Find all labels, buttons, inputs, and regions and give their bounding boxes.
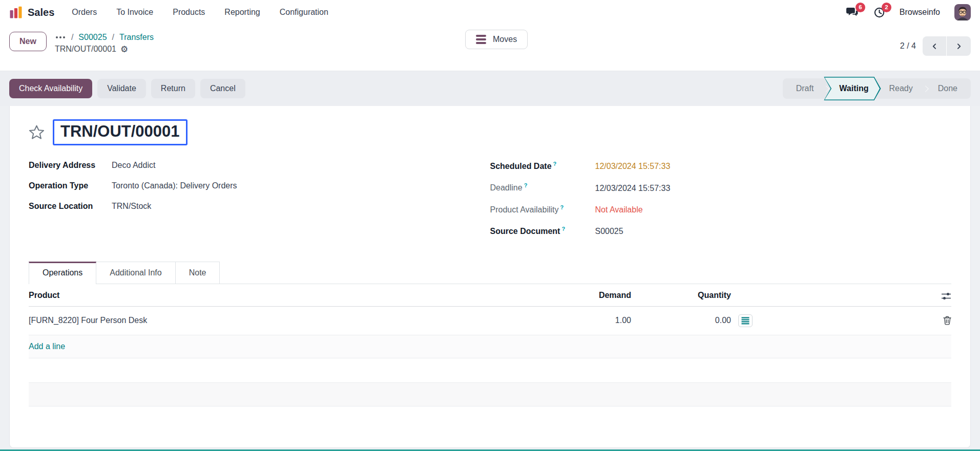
user-name[interactable]: Browseinfo <box>900 8 940 17</box>
nav-to-invoice[interactable]: To Invoice <box>116 8 153 17</box>
help-icon[interactable]: ? <box>560 204 564 210</box>
breadcrumb-current: TRN/OUT/00001 <box>55 45 116 54</box>
field-label-scheduled-date: Scheduled Date? <box>490 161 595 171</box>
field-label-operation-type: Operation Type <box>29 181 112 190</box>
form-sheet: TRN/OUT/00001 Delivery Address Deco Addi… <box>9 106 971 448</box>
gear-icon[interactable]: ⚙ <box>120 45 128 54</box>
field-label-delivery-address: Delivery Address <box>29 161 112 170</box>
help-icon[interactable]: ? <box>524 182 528 188</box>
table-header-row: Product Demand Quantity <box>29 284 951 306</box>
field-label-source-location: Source Location <box>29 202 112 211</box>
activities-button[interactable]: 2 <box>873 7 885 18</box>
bar-chart-icon <box>9 6 23 19</box>
messages-badge: 6 <box>856 3 865 12</box>
user-avatar[interactable] <box>954 4 971 20</box>
tab-additional-info[interactable]: Additional Info <box>96 262 175 284</box>
empty-row <box>29 358 951 382</box>
moves-smart-button[interactable]: Moves <box>465 30 528 49</box>
column-header-product[interactable]: Product <box>29 284 544 306</box>
cell-quantity[interactable]: 0.00 <box>631 306 731 335</box>
empty-row <box>29 382 951 406</box>
status-waiting-label: Waiting <box>824 77 881 100</box>
moves-label: Moves <box>493 35 517 44</box>
operations-table: Product Demand Quantity <box>29 284 951 443</box>
pager-next-button[interactable] <box>947 36 971 56</box>
status-done[interactable]: Done <box>928 78 968 99</box>
breadcrumb-ellipsis-button[interactable] <box>55 34 66 40</box>
messages-button[interactable]: 6 <box>846 7 859 18</box>
field-value-delivery-address[interactable]: Deco Addict <box>112 161 155 170</box>
add-line-row: Add a line <box>29 335 951 358</box>
sales-app-icon[interactable] <box>9 6 23 19</box>
tab-operations[interactable]: Operations <box>29 262 96 284</box>
field-value-scheduled-date[interactable]: 12/03/2024 15:57:33 <box>595 162 671 171</box>
top-navbar: Sales Orders To Invoice Products Reporti… <box>0 0 980 25</box>
chevron-right-icon <box>955 43 962 50</box>
field-value-source-document[interactable]: S00025 <box>595 227 623 236</box>
field-label-deadline: Deadline? <box>490 182 595 192</box>
field-label-product-availability: Product Availability? <box>490 204 595 214</box>
avatar-image <box>954 4 971 20</box>
table-row[interactable]: [FURN_8220] Four Person Desk 1.00 0.00 <box>29 306 951 335</box>
delete-row-trash-icon[interactable] <box>943 316 951 325</box>
cancel-button[interactable]: Cancel <box>200 79 245 98</box>
activities-badge: 2 <box>882 3 891 12</box>
field-value-product-availability: Not Available <box>595 205 643 214</box>
new-button[interactable]: New <box>9 32 47 51</box>
optional-columns-icon[interactable] <box>941 292 951 300</box>
moves-icon <box>476 35 486 44</box>
return-button[interactable]: Return <box>151 79 195 98</box>
control-panel: New / S00025 / Transfers TRN/OUT/00001 ⚙… <box>0 25 980 71</box>
field-group: Delivery Address Deco Addict Operation T… <box>29 161 951 247</box>
pager: 2 / 4 <box>900 32 971 56</box>
status-waiting[interactable]: Waiting <box>824 77 881 100</box>
breadcrumb-separator: / <box>71 33 73 42</box>
status-draft[interactable]: Draft <box>786 78 824 99</box>
breadcrumb-separator: / <box>112 33 114 42</box>
field-value-deadline[interactable]: 12/03/2024 15:57:33 <box>595 184 671 193</box>
column-header-demand[interactable]: Demand <box>544 284 631 306</box>
status-ready[interactable]: Ready <box>879 78 923 99</box>
empty-row <box>29 406 951 443</box>
notebook-tabs: Operations Additional Info Note <box>29 262 951 284</box>
tab-note[interactable]: Note <box>175 262 220 284</box>
favorite-star-icon[interactable] <box>29 124 45 140</box>
help-icon[interactable]: ? <box>561 226 565 232</box>
add-a-line-link[interactable]: Add a line <box>29 342 65 351</box>
help-icon[interactable]: ? <box>553 161 557 167</box>
nav-orders[interactable]: Orders <box>72 8 97 17</box>
breadcrumb: / S00025 / Transfers TRN/OUT/00001 ⚙ <box>55 32 154 54</box>
validate-button[interactable]: Validate <box>97 79 146 98</box>
pager-count: 2 / 4 <box>900 41 916 51</box>
breadcrumb-link-transfers[interactable]: Transfers <box>119 33 154 42</box>
record-name-input[interactable]: TRN/OUT/00001 <box>53 119 187 145</box>
cell-demand[interactable]: 1.00 <box>544 306 631 335</box>
main-menu: Orders To Invoice Products Reporting Con… <box>72 8 328 17</box>
cell-product[interactable]: [FURN_8220] Four Person Desk <box>29 306 544 335</box>
field-value-source-location[interactable]: TRN/Stock <box>112 202 151 211</box>
column-header-quantity[interactable]: Quantity <box>631 284 731 306</box>
app-name[interactable]: Sales <box>28 7 54 18</box>
nav-reporting[interactable]: Reporting <box>224 8 260 17</box>
form-status-bar: Check Availability Validate Return Cance… <box>0 71 980 106</box>
breadcrumb-link-sale-order[interactable]: S00025 <box>78 33 107 42</box>
pager-previous-button[interactable] <box>923 36 947 56</box>
check-availability-button[interactable]: Check Availability <box>9 79 92 98</box>
chevron-left-icon <box>931 43 938 50</box>
field-value-operation-type[interactable]: Toronto (Canada): Delivery Orders <box>112 181 237 190</box>
nav-configuration[interactable]: Configuration <box>280 8 328 17</box>
nav-products[interactable]: Products <box>173 8 205 17</box>
field-label-source-document: Source Document? <box>490 226 595 236</box>
detailed-operations-icon[interactable] <box>738 314 753 327</box>
statusbar: Draft Waiting Ready Done <box>783 78 971 99</box>
